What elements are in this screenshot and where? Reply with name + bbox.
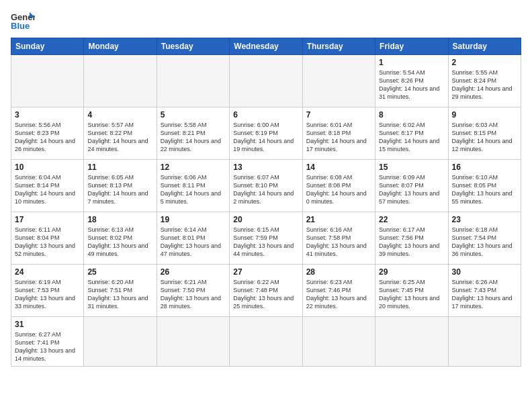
day-info: Sunrise: 6:09 AM Sunset: 8:07 PM Dayligh…: [379, 173, 444, 206]
day-info: Sunrise: 6:13 AM Sunset: 8:02 PM Dayligh…: [87, 226, 152, 259]
calendar-cell: 9Sunrise: 6:03 AM Sunset: 8:15 PM Daylig…: [448, 107, 521, 160]
calendar-cell: 26Sunrise: 6:21 AM Sunset: 7:50 PM Dayli…: [157, 265, 229, 317]
calendar-cell: 11Sunrise: 6:05 AM Sunset: 8:13 PM Dayli…: [84, 160, 157, 212]
day-info: Sunrise: 6:08 AM Sunset: 8:08 PM Dayligh…: [306, 173, 371, 206]
day-number: 30: [452, 267, 517, 277]
day-info: Sunrise: 5:56 AM Sunset: 8:23 PM Dayligh…: [15, 121, 80, 154]
calendar-cell: 8Sunrise: 6:02 AM Sunset: 8:17 PM Daylig…: [375, 107, 448, 160]
day-info: Sunrise: 6:05 AM Sunset: 8:13 PM Dayligh…: [87, 173, 152, 206]
calendar-cell: 1Sunrise: 5:54 AM Sunset: 8:26 PM Daylig…: [375, 55, 448, 107]
calendar-cell: 28Sunrise: 6:23 AM Sunset: 7:46 PM Dayli…: [302, 265, 375, 317]
day-number: 10: [15, 163, 80, 172]
day-info: Sunrise: 5:54 AM Sunset: 8:26 PM Dayligh…: [379, 68, 444, 101]
calendar-cell: 24Sunrise: 6:19 AM Sunset: 7:53 PM Dayli…: [11, 265, 84, 317]
day-number: 22: [379, 215, 444, 224]
day-number: 23: [452, 215, 517, 224]
calendar-cell: 14Sunrise: 6:08 AM Sunset: 8:08 PM Dayli…: [302, 160, 375, 212]
day-info: Sunrise: 6:20 AM Sunset: 7:51 PM Dayligh…: [87, 278, 152, 311]
day-info: Sunrise: 6:16 AM Sunset: 7:58 PM Dayligh…: [306, 226, 371, 259]
calendar-cell: [157, 55, 229, 107]
day-number: 19: [161, 215, 226, 224]
weekday-header-thursday: Thursday: [302, 38, 375, 55]
day-number: 20: [233, 215, 298, 224]
day-info: Sunrise: 6:07 AM Sunset: 8:10 PM Dayligh…: [233, 173, 298, 206]
calendar-cell: [157, 317, 229, 367]
calendar-cell: 21Sunrise: 6:16 AM Sunset: 7:58 PM Dayli…: [302, 212, 375, 265]
day-info: Sunrise: 6:26 AM Sunset: 7:43 PM Dayligh…: [452, 278, 517, 311]
week-row-5: 31Sunrise: 6:27 AM Sunset: 7:41 PM Dayli…: [11, 317, 521, 367]
calendar-cell: 15Sunrise: 6:09 AM Sunset: 8:07 PM Dayli…: [375, 160, 448, 212]
calendar-cell: 20Sunrise: 6:15 AM Sunset: 7:59 PM Dayli…: [230, 212, 302, 265]
week-row-0: 1Sunrise: 5:54 AM Sunset: 8:26 PM Daylig…: [11, 55, 521, 107]
svg-text:Blue: Blue: [11, 21, 30, 31]
calendar-cell: [302, 55, 375, 107]
calendar-table: SundayMondayTuesdayWednesdayThursdayFrid…: [11, 38, 521, 367]
week-row-2: 10Sunrise: 6:04 AM Sunset: 8:14 PM Dayli…: [11, 160, 521, 212]
day-info: Sunrise: 6:14 AM Sunset: 8:01 PM Dayligh…: [161, 226, 226, 259]
calendar-cell: 4Sunrise: 5:57 AM Sunset: 8:22 PM Daylig…: [84, 107, 157, 160]
day-number: 7: [306, 110, 371, 120]
calendar-cell: 29Sunrise: 6:25 AM Sunset: 7:45 PM Dayli…: [375, 265, 448, 317]
day-number: 26: [161, 267, 226, 277]
calendar-cell: [230, 55, 302, 107]
calendar-cell: 6Sunrise: 6:00 AM Sunset: 8:19 PM Daylig…: [230, 107, 302, 160]
day-number: 21: [306, 215, 371, 224]
day-number: 29: [379, 267, 444, 277]
day-info: Sunrise: 6:10 AM Sunset: 8:05 PM Dayligh…: [452, 173, 517, 206]
calendar-cell: [230, 317, 302, 367]
day-number: 17: [15, 215, 80, 224]
weekday-header-tuesday: Tuesday: [157, 38, 229, 55]
calendar-cell: 27Sunrise: 6:22 AM Sunset: 7:48 PM Dayli…: [230, 265, 302, 317]
header: General Blue: [11, 11, 521, 31]
day-info: Sunrise: 6:23 AM Sunset: 7:46 PM Dayligh…: [306, 278, 371, 311]
day-number: 18: [87, 215, 152, 224]
calendar-cell: 3Sunrise: 5:56 AM Sunset: 8:23 PM Daylig…: [11, 107, 84, 160]
calendar-cell: [448, 317, 521, 367]
day-info: Sunrise: 6:25 AM Sunset: 7:45 PM Dayligh…: [379, 278, 444, 311]
weekday-header-friday: Friday: [375, 38, 448, 55]
day-info: Sunrise: 6:00 AM Sunset: 8:19 PM Dayligh…: [233, 121, 298, 154]
calendar-cell: [84, 55, 157, 107]
week-row-3: 17Sunrise: 6:11 AM Sunset: 8:04 PM Dayli…: [11, 212, 521, 265]
calendar-cell: 30Sunrise: 6:26 AM Sunset: 7:43 PM Dayli…: [448, 265, 521, 317]
logo: General Blue: [11, 11, 35, 31]
calendar-cell: 22Sunrise: 6:17 AM Sunset: 7:56 PM Dayli…: [375, 212, 448, 265]
calendar-cell: 10Sunrise: 6:04 AM Sunset: 8:14 PM Dayli…: [11, 160, 84, 212]
day-info: Sunrise: 6:02 AM Sunset: 8:17 PM Dayligh…: [379, 121, 444, 154]
day-info: Sunrise: 6:03 AM Sunset: 8:15 PM Dayligh…: [452, 121, 517, 154]
day-info: Sunrise: 5:58 AM Sunset: 8:21 PM Dayligh…: [161, 121, 226, 154]
calendar-cell: 17Sunrise: 6:11 AM Sunset: 8:04 PM Dayli…: [11, 212, 84, 265]
day-info: Sunrise: 6:15 AM Sunset: 7:59 PM Dayligh…: [233, 226, 298, 259]
weekday-header-sunday: Sunday: [11, 38, 84, 55]
day-info: Sunrise: 6:04 AM Sunset: 8:14 PM Dayligh…: [15, 173, 80, 206]
day-info: Sunrise: 6:27 AM Sunset: 7:41 PM Dayligh…: [15, 330, 80, 363]
weekday-header-row: SundayMondayTuesdayWednesdayThursdayFrid…: [11, 38, 521, 55]
day-number: 13: [233, 163, 298, 172]
day-number: 8: [379, 110, 444, 120]
day-number: 2: [452, 58, 517, 67]
calendar-cell: [302, 317, 375, 367]
calendar-cell: 18Sunrise: 6:13 AM Sunset: 8:02 PM Dayli…: [84, 212, 157, 265]
day-info: Sunrise: 6:17 AM Sunset: 7:56 PM Dayligh…: [379, 226, 444, 259]
day-info: Sunrise: 6:22 AM Sunset: 7:48 PM Dayligh…: [233, 278, 298, 311]
day-number: 28: [306, 267, 371, 277]
day-number: 12: [161, 163, 226, 172]
calendar-cell: 31Sunrise: 6:27 AM Sunset: 7:41 PM Dayli…: [11, 317, 84, 367]
day-number: 25: [87, 267, 152, 277]
day-number: 11: [87, 163, 152, 172]
calendar-cell: 5Sunrise: 5:58 AM Sunset: 8:21 PM Daylig…: [157, 107, 229, 160]
day-number: 3: [15, 110, 80, 120]
day-number: 27: [233, 267, 298, 277]
calendar-cell: 12Sunrise: 6:06 AM Sunset: 8:11 PM Dayli…: [157, 160, 229, 212]
calendar-cell: [375, 317, 448, 367]
day-info: Sunrise: 6:11 AM Sunset: 8:04 PM Dayligh…: [15, 226, 80, 259]
calendar-cell: 19Sunrise: 6:14 AM Sunset: 8:01 PM Dayli…: [157, 212, 229, 265]
page: General Blue SundayMondayTuesdayWednesda…: [0, 0, 532, 373]
calendar-cell: 2Sunrise: 5:55 AM Sunset: 8:24 PM Daylig…: [448, 55, 521, 107]
day-number: 6: [233, 110, 298, 120]
generalblue-logo-icon: General Blue: [11, 11, 35, 31]
calendar-cell: [84, 317, 157, 367]
day-info: Sunrise: 6:21 AM Sunset: 7:50 PM Dayligh…: [161, 278, 226, 311]
day-number: 14: [306, 163, 371, 172]
day-number: 4: [87, 110, 152, 120]
